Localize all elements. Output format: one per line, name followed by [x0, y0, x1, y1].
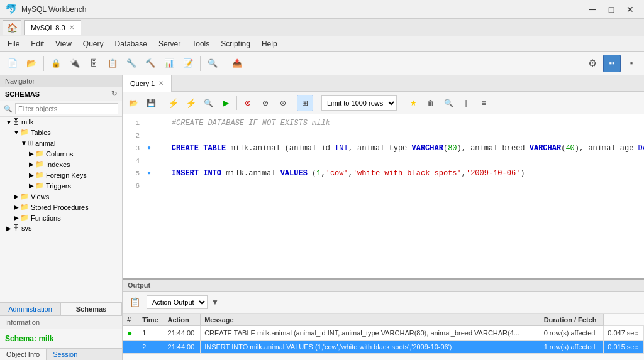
folder-icon-triggers: 📁 [35, 182, 44, 190]
expander-animal[interactable]: ▼ [20, 139, 28, 146]
action-output-select[interactable]: Action Output [147, 295, 208, 309]
output-action-2: INSERT INTO milk.animal VALUES (1,'cow',… [201, 341, 540, 354]
q-execute-all[interactable]: ⚡ [165, 95, 181, 111]
q-open-file[interactable]: 📂 [125, 95, 142, 111]
tree-item-svs[interactable]: ▶ 🗄 svs [0, 223, 122, 233]
toolbar-sep-3 [225, 56, 225, 71]
info-section-header: Information [0, 315, 122, 329]
output-message-1: 0 row(s) affected [540, 326, 604, 341]
q-stop[interactable]: ⊗ [240, 95, 256, 111]
toolbar-btn-4[interactable]: 📋 [104, 55, 121, 72]
tree-item-storedprocs[interactable]: ▶ 📁 Stored Procedures [0, 202, 122, 212]
expander-triggers[interactable]: ▶ [28, 182, 35, 189]
status-check-icon: ✔ [127, 342, 133, 351]
toolbar-btn-3[interactable]: 🗄 [85, 55, 103, 72]
maximize-button[interactable]: □ [602, 1, 620, 18]
session-tab[interactable]: Session [47, 349, 84, 360]
limit-rows-select[interactable]: Limit to 1000 rows Limit to 200 rows Don… [321, 95, 397, 111]
filter-input[interactable] [15, 103, 118, 114]
q-search[interactable]: 🔍 [200, 95, 216, 111]
tree-item-foreignkeys[interactable]: ▶ 📁 Foreign Keys [0, 170, 122, 180]
q-execute-current[interactable]: ⚡ [182, 95, 199, 111]
line-code-1: #CREATE DATABASE IF NOT EXISTS milk [153, 117, 644, 129]
toolbar-open-file[interactable]: 📂 [23, 55, 40, 72]
query-tab-close[interactable]: ✕ [158, 80, 164, 87]
q-skip[interactable]: ⊘ [257, 95, 274, 111]
tree-item-tables[interactable]: ▼ 📁 Tables [0, 127, 122, 138]
q-find-in-results[interactable]: 🔍 [440, 95, 457, 111]
tree-item-functions[interactable]: ▶ 📁 Functions [0, 212, 122, 223]
expander-functions[interactable]: ▶ [13, 214, 20, 221]
output-row-2[interactable]: ✔ 2 21:44:00 INSERT INTO milk.animal VAL… [123, 341, 644, 354]
q-play[interactable]: ▶ [218, 95, 234, 111]
expander-indexes[interactable]: ▶ [28, 161, 35, 168]
tree-item-triggers[interactable]: ▶ 📁 Triggers [0, 180, 122, 191]
tree-item-animal[interactable]: ▼ ⊞ animal [0, 138, 122, 148]
refresh-icon[interactable]: ↻ [111, 90, 117, 98]
menu-scripting[interactable]: Scripting [216, 38, 255, 50]
toolbar-btn-10[interactable]: 📤 [228, 55, 246, 72]
sql-editor[interactable]: 1 #CREATE DATABASE IF NOT EXISTS milk 2 … [123, 114, 644, 278]
output-copy-btn[interactable]: 📋 [126, 294, 143, 310]
object-info-tab[interactable]: Object Info [0, 349, 47, 360]
expander-foreignkeys[interactable]: ▶ [28, 172, 35, 178]
q-grid-view[interactable]: ⊞ [297, 95, 313, 111]
settings-icon[interactable]: ⚙ [584, 55, 601, 72]
output-action-1: CREATE TABLE milk.animal (animal_id INT,… [201, 326, 540, 341]
q-star[interactable]: ★ [405, 95, 421, 111]
mysql-connection-tab[interactable]: MySQL 8.0 ✕ [24, 20, 81, 35]
menu-help[interactable]: Help [257, 38, 282, 50]
expander-storedprocs[interactable]: ▶ [13, 204, 20, 210]
toolbar-sep-2 [200, 56, 201, 71]
output-duration-2: 0.015 sec [604, 341, 644, 354]
menu-view[interactable]: View [50, 38, 77, 50]
menu-server[interactable]: Server [153, 38, 186, 50]
q-context[interactable]: | [458, 95, 474, 111]
tree-item-views[interactable]: ▶ 📁 Views [0, 191, 122, 202]
search-bar: 🔍 [0, 101, 122, 117]
close-button[interactable]: ✕ [621, 1, 639, 18]
tree-label-svs: svs [21, 224, 32, 232]
table-icon-animal: ⊞ [28, 139, 33, 147]
menu-query[interactable]: Query [78, 38, 109, 50]
expander-columns[interactable]: ▶ [28, 150, 35, 157]
toolbar-btn-5[interactable]: 🔧 [123, 55, 140, 72]
toolbar-btn-6[interactable]: 🔨 [142, 55, 159, 72]
tree-label-indexes: Indexes [46, 161, 70, 168]
layout-split-icon[interactable]: ▪▪ [603, 55, 621, 72]
toolbar-btn-9[interactable]: 🔍 [204, 55, 221, 72]
tree-item-milk[interactable]: ▼ 🗄 milk [0, 117, 122, 127]
expander-svs[interactable]: ▶ [5, 225, 13, 232]
query-tab-1[interactable]: Query 1 ✕ [123, 75, 172, 92]
toolbar-btn-2[interactable]: 🔌 [66, 55, 84, 72]
toolbar-btn-8[interactable]: 📝 [179, 55, 197, 72]
connection-tab-close[interactable]: ✕ [69, 24, 74, 31]
menu-database[interactable]: Database [110, 38, 152, 50]
schemas-tab[interactable]: Schemas [61, 303, 122, 315]
menu-edit[interactable]: Edit [26, 38, 49, 50]
q-toggle[interactable]: ⊙ [275, 95, 291, 111]
output-num-2: 2 [138, 341, 164, 354]
layout-full-icon[interactable]: ▪ [623, 55, 640, 72]
expander-milk[interactable]: ▼ [5, 119, 13, 126]
line-num-5: 5 [123, 167, 145, 180]
tree-item-indexes[interactable]: ▶ 📁 Indexes [0, 159, 122, 170]
q-info[interactable]: ≡ [475, 95, 492, 111]
expander-tables[interactable]: ▼ [13, 129, 20, 136]
tree-item-columns[interactable]: ▶ 📁 Columns [0, 148, 122, 159]
main-layout: Navigator SCHEMAS ↻ 🔍 ▼ 🗄 milk ▼ 📁 Table [0, 75, 644, 360]
menu-file[interactable]: File [3, 38, 25, 50]
query-toolbar: 📂 💾 ⚡ ⚡ 🔍 ▶ ⊗ ⊘ ⊙ ⊞ Limit to 1000 rows L… [123, 92, 644, 114]
home-tab[interactable]: 🏠 [3, 20, 21, 35]
output-dropdown-arrow[interactable]: ▼ [211, 298, 219, 307]
toolbar-btn-7[interactable]: 📊 [160, 55, 178, 72]
q-save-file[interactable]: 💾 [143, 95, 159, 111]
toolbar-btn-1[interactable]: 🔒 [47, 55, 65, 72]
admin-tab[interactable]: Administration [0, 303, 61, 315]
menu-tools[interactable]: Tools [187, 38, 214, 50]
minimize-button[interactable]: ─ [584, 1, 601, 18]
q-format[interactable]: 🗑 [423, 95, 439, 111]
output-row-1[interactable]: ● 1 21:44:00 CREATE TABLE milk.animal (a… [123, 326, 644, 341]
expander-views[interactable]: ▶ [13, 193, 20, 200]
toolbar-new-file[interactable]: 📄 [4, 55, 21, 72]
